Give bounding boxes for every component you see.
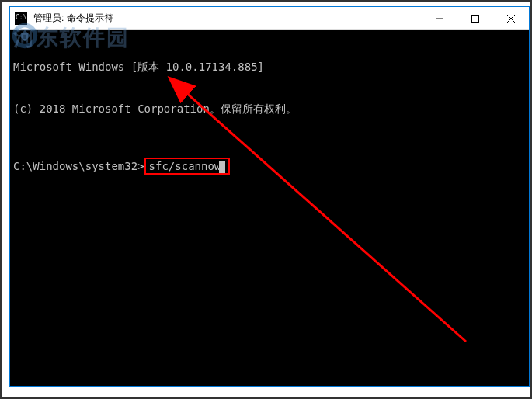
command-prompt-window: 管理员: 命令提示符 Microsoft Windows [版本 10.0.17… bbox=[9, 6, 530, 387]
titlebar[interactable]: 管理员: 命令提示符 bbox=[10, 7, 529, 30]
minimize-button[interactable] bbox=[422, 7, 457, 30]
copyright-line: (c) 2018 Microsoft Corporation。保留所有权利。 bbox=[13, 102, 526, 116]
version-line: Microsoft Windows [版本 10.0.17134.885] bbox=[13, 60, 526, 74]
maximize-icon bbox=[471, 15, 479, 23]
minimize-icon bbox=[436, 15, 443, 23]
close-icon bbox=[507, 15, 515, 23]
cursor bbox=[219, 161, 225, 173]
prompt-path: C:\Windows\system32> bbox=[13, 159, 144, 173]
terminal-area[interactable]: Microsoft Windows [版本 10.0.17134.885] (c… bbox=[10, 30, 529, 386]
window-title: 管理员: 命令提示符 bbox=[32, 12, 422, 25]
app-icon bbox=[15, 12, 27, 25]
prompt-line: C:\Windows\system32>sfc/scannow bbox=[13, 158, 526, 175]
close-button[interactable] bbox=[493, 7, 529, 30]
command-highlight-box: sfc/scannow bbox=[144, 158, 231, 175]
maximize-button[interactable] bbox=[457, 7, 493, 30]
command-text: sfc/scannow bbox=[149, 160, 221, 172]
svg-rect-1 bbox=[472, 15, 479, 22]
